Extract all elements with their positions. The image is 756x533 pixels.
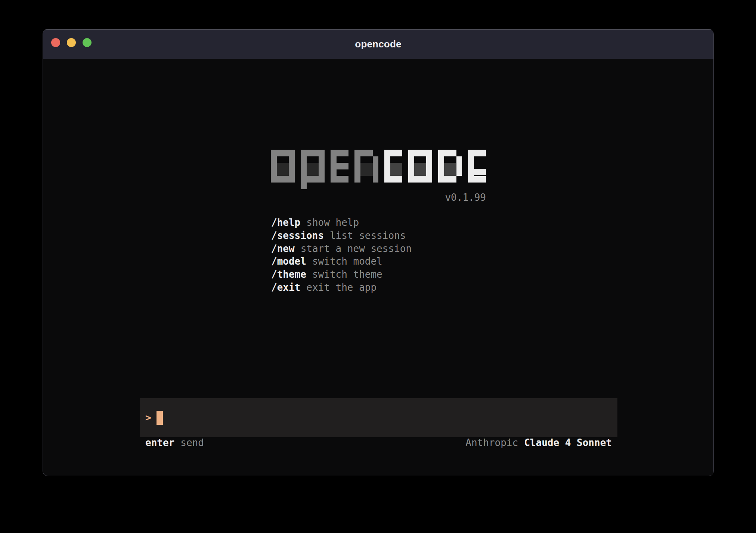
command-description: switch model [312,256,382,267]
model-indicator[interactable]: Anthropic Claude 4 Sonnet [465,437,612,448]
model-provider-label: Anthropic [465,437,518,448]
logo-letter-n [354,150,378,183]
minimize-button[interactable] [67,38,76,47]
command-name: /new [271,243,295,254]
version-label: v0.1.99 [445,192,486,203]
model-name-label: Claude 4 Sonnet [524,437,612,448]
logo-letter-p [301,150,325,183]
command-row: /exitexit the app [271,281,412,294]
logo-row [271,150,486,183]
command-row: /sessionslist sessions [271,229,412,242]
logo-letter-o [271,150,295,183]
window-title: opencode [355,38,401,50]
traffic-lights [51,38,92,47]
prompt-input[interactable]: > [140,398,617,437]
logo-letter-e [331,150,348,183]
logo-word-code [384,150,486,183]
command-row: /themeswitch theme [271,268,412,281]
terminal-content: v0.1.99 /helpshow help/sessionslist sess… [43,59,713,476]
hint-key-label: enter [145,437,174,448]
command-row: /newstart a new session [271,242,412,255]
command-description: show help [306,217,359,228]
opencode-logo: v0.1.99 [271,150,486,183]
logo-letter-d [438,150,462,183]
close-button[interactable] [51,38,60,47]
status-bar: enter send Anthropic Claude 4 Sonnet [140,437,617,448]
logo-letter-c [384,150,402,183]
fullscreen-button[interactable] [83,38,92,47]
command-description: start a new session [301,243,412,254]
command-name: /sessions [271,230,324,241]
command-name: /model [271,256,306,267]
logo-letter-e [468,150,486,183]
logo-word-open [271,150,378,183]
command-name: /help [271,217,300,228]
command-description: list sessions [330,230,406,241]
command-description: switch theme [312,269,382,280]
hint-action-label: send [180,437,204,448]
command-name: /exit [271,282,300,293]
opencode-window: opencode v0.1.99 /helpshow help/sessions… [43,29,714,476]
command-name: /theme [271,269,306,280]
command-list: /helpshow help/sessionslist sessions/new… [271,216,412,294]
text-cursor [157,411,163,425]
command-row: /helpshow help [271,216,412,229]
command-row: /modelswitch model [271,255,412,268]
prompt-caret: > [145,413,151,423]
command-description: exit the app [306,282,377,293]
window-titlebar[interactable]: opencode [43,29,713,59]
logo-letter-o [408,150,432,183]
enter-send-hint: enter send [145,437,204,448]
